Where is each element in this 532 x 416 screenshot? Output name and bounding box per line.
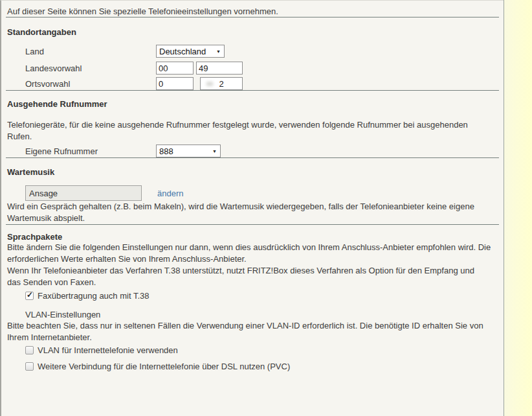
eigene-rufnummer-label: Eigene Rufnummer (25, 146, 156, 156)
landesvorwahl-label: Landesvorwahl (25, 64, 156, 73)
page-intro: Auf dieser Seite können Sie spezielle Te… (7, 6, 498, 17)
standortangaben-title: Standortangaben (7, 27, 498, 37)
land-select-wrap: Deutschland ▼ (156, 45, 225, 58)
eigene-rufnummer-select[interactable]: 888 (156, 144, 221, 157)
vlan-checkbox-label: VLAN für Internettelefonie verwenden (38, 345, 178, 355)
ausgehende-rufnummer-description: Telefoniegeräte, für die keine ausgehend… (7, 119, 491, 143)
vlan-settings-title: VLAN-Einstellungen (25, 310, 498, 320)
t38-checkbox[interactable] (25, 292, 34, 300)
vlan-checkbox[interactable] (25, 346, 34, 354)
ortsvorwahl-prefix-input[interactable] (156, 77, 194, 90)
settings-panel: Auf dieser Seite können Sie spezielle Te… (0, 0, 504, 416)
eigene-rufnummer-row: Eigene Rufnummer 888 ▼ (25, 144, 498, 157)
t38-checkbox-row: Faxübertragung auch mit T.38 (25, 291, 498, 301)
section-divider (6, 90, 499, 91)
wartemusik-change-link[interactable]: ändern (157, 189, 183, 198)
land-label: Land (25, 47, 156, 56)
pvc-checkbox-label: Weitere Verbindung für die Internettelef… (38, 362, 290, 371)
ortsvorwahl-label: Ortsvorwahl (25, 79, 156, 89)
background-strip (504, 0, 532, 416)
ortsvorwahl-row: Ortsvorwahl (25, 77, 498, 90)
sprachpakete-intro: Bitte ändern Sie die folgenden Einstellu… (7, 242, 502, 265)
land-row: Land Deutschland ▼ (25, 45, 498, 58)
section-divider (6, 17, 499, 17)
wartemusik-description: Wird ein Gespräch gehalten (z.B. beim Ma… (7, 201, 491, 224)
land-select[interactable]: Deutschland (156, 45, 225, 58)
vlan-description: Bitte beachten Sie, dass nur in seltenen… (7, 320, 491, 343)
landesvorwahl-code-input[interactable] (196, 62, 243, 75)
vlan-checkbox-row: VLAN für Internettelefonie verwenden (25, 345, 498, 355)
pvc-checkbox[interactable] (25, 362, 34, 371)
section-divider (6, 157, 499, 158)
wartemusik-title: Wartemusik (7, 167, 498, 177)
t38-checkbox-label: Faxübertragung auch mit T.38 (38, 291, 149, 301)
wartemusik-file-input[interactable] (25, 185, 142, 201)
ortsvorwahl-code-wrap (194, 77, 243, 90)
section-wartemusik: Wartemusik ändern Wird ein Gespräch geha… (7, 167, 498, 224)
ausgehende-rufnummer-title: Ausgehende Rufnummer (7, 99, 498, 109)
section-sprachpakete: Sprachpakete Bitte ändern Sie die folgen… (7, 232, 498, 371)
t38-description: Wenn Ihr Telefonieanbieter das Verfahren… (7, 265, 491, 288)
wartemusik-file-row: ändern (25, 185, 498, 201)
pvc-checkbox-row: Weitere Verbindung für die Internettelef… (25, 362, 498, 371)
landesvorwahl-row: Landesvorwahl (25, 62, 498, 75)
section-ausgehende-rufnummer: Ausgehende Rufnummer Telefoniegeräte, fü… (7, 99, 498, 157)
ortsvorwahl-code-input[interactable] (200, 77, 243, 90)
section-divider (6, 224, 499, 225)
sprachpakete-title: Sprachpakete (7, 232, 498, 242)
landesvorwahl-prefix-input[interactable] (156, 62, 194, 75)
section-standortangaben: Standortangaben Land Deutschland ▼ Lande… (7, 27, 498, 90)
rufnummer-select-wrap: 888 ▼ (156, 144, 221, 157)
